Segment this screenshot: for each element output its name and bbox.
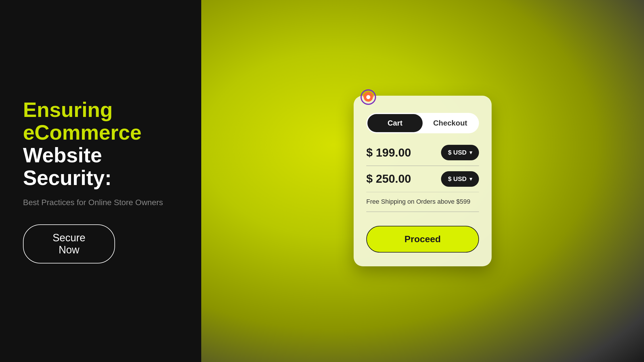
shipping-note: Free Shipping on Orders above $599 [366,197,479,206]
secure-now-button[interactable]: Secure Now [23,224,115,263]
divider-1 [366,165,479,166]
headline-white: Website Security: [23,144,112,189]
currency-label-1: $ USD [448,149,467,156]
left-panel: Ensuring eCommerce Website Security: Bes… [0,0,201,362]
card-logo-icon [361,89,376,105]
price-row-1: $ 199.00 $ USD ▾ [366,145,479,160]
chevron-down-icon-1: ▾ [469,149,472,156]
price-row-2: $ 250.00 $ USD ▾ [366,171,479,187]
tab-switcher: Cart Checkout [366,113,479,133]
divider-2 [366,192,479,192]
proceed-button[interactable]: Proceed [366,226,479,253]
price-amount-2: $ 250.00 [366,172,411,185]
price-amount-1: $ 199.00 [366,146,411,159]
currency-selector-1[interactable]: $ USD ▾ [441,145,479,160]
currency-selector-2[interactable]: $ USD ▾ [441,171,479,187]
svg-point-2 [366,95,370,99]
currency-label-2: $ USD [448,175,467,183]
headline-yellow: Ensuring eCommerce [23,98,141,144]
divider-3 [366,211,479,212]
chevron-down-icon-2: ▾ [469,176,472,182]
tab-cart[interactable]: Cart [367,114,423,132]
headline: Ensuring eCommerce Website Security: [23,99,178,190]
tab-checkout[interactable]: Checkout [423,114,478,132]
right-panel: Cart Checkout $ 199.00 $ USD ▾ $ 250.00 … [201,0,644,362]
subtitle: Best Practices for Online Store Owners [23,198,178,207]
cart-card: Cart Checkout $ 199.00 $ USD ▾ $ 250.00 … [354,96,492,266]
